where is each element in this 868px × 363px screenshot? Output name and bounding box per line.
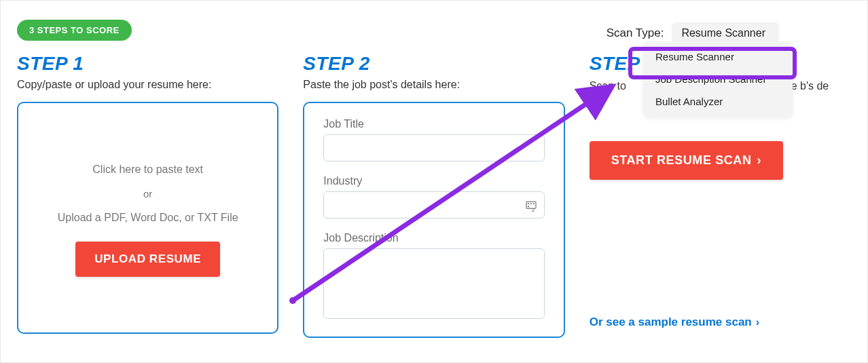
step1-desc: Copy/paste or upload your resume here:	[17, 79, 278, 91]
sample-link-label: Or see a sample resume scan	[590, 316, 752, 329]
paste-text-hint: Click here to paste text	[92, 164, 203, 176]
dropdown-item-bullet-analyzer[interactable]: Bullet Analyzer	[643, 90, 793, 113]
job-details-box: Job Title Industry 2 Job Description	[303, 102, 564, 338]
job-description-label: Job Description	[323, 232, 544, 244]
job-details-inner: Job Title Industry 2 Job Description	[304, 103, 563, 337]
job-description-textarea[interactable]	[323, 248, 544, 319]
job-title-label: Job Title	[323, 118, 544, 130]
scan-type-dropdown: Resume Scanner Job Description Scanner B…	[643, 41, 793, 117]
step1-column: STEP 1 Copy/paste or upload your resume …	[17, 53, 278, 338]
resume-dropzone-inner: Click here to paste text or Upload a PDF…	[18, 103, 277, 332]
main-container: 3 STEPS TO SCORE STEP 1 Copy/paste or up…	[0, 0, 868, 363]
industry-input[interactable]	[323, 191, 544, 218]
step3-desc-part1: Scan to	[590, 80, 626, 92]
chevron-right-icon: ›	[756, 316, 759, 328]
sample-resume-scan-link[interactable]: Or see a sample resume scan ›	[590, 316, 851, 329]
dropdown-item-job-description-scanner[interactable]: Job Description Scanner	[643, 68, 793, 90]
start-button-label: START RESUME SCAN	[611, 153, 752, 168]
start-button-wrap: START RESUME SCAN ›	[590, 141, 851, 180]
step1-heading: STEP 1	[17, 53, 278, 75]
industry-label: Industry	[323, 175, 544, 187]
step2-desc: Paste the job post's details here:	[303, 79, 564, 91]
start-resume-scan-button[interactable]: START RESUME SCAN ›	[590, 141, 783, 180]
step2-column: STEP 2 Paste the job post's details here…	[303, 53, 564, 338]
job-title-input[interactable]	[323, 134, 544, 161]
upload-resume-button[interactable]: UPLOAD RESUME	[75, 242, 220, 277]
steps-badge: 3 STEPS TO SCORE	[17, 20, 132, 41]
dropdown-item-resume-scanner[interactable]: Resume Scanner	[643, 45, 793, 68]
upload-hint: Upload a PDF, Word Doc, or TXT File	[58, 212, 238, 224]
step2-heading: STEP 2	[303, 53, 564, 75]
resume-dropzone[interactable]: Click here to paste text or Upload a PDF…	[17, 102, 278, 334]
chevron-right-icon: ›	[757, 153, 762, 168]
industry-input-wrap: 2	[323, 191, 544, 227]
scan-type-label: Scan Type:	[607, 26, 664, 40]
or-text: or	[143, 188, 152, 199]
